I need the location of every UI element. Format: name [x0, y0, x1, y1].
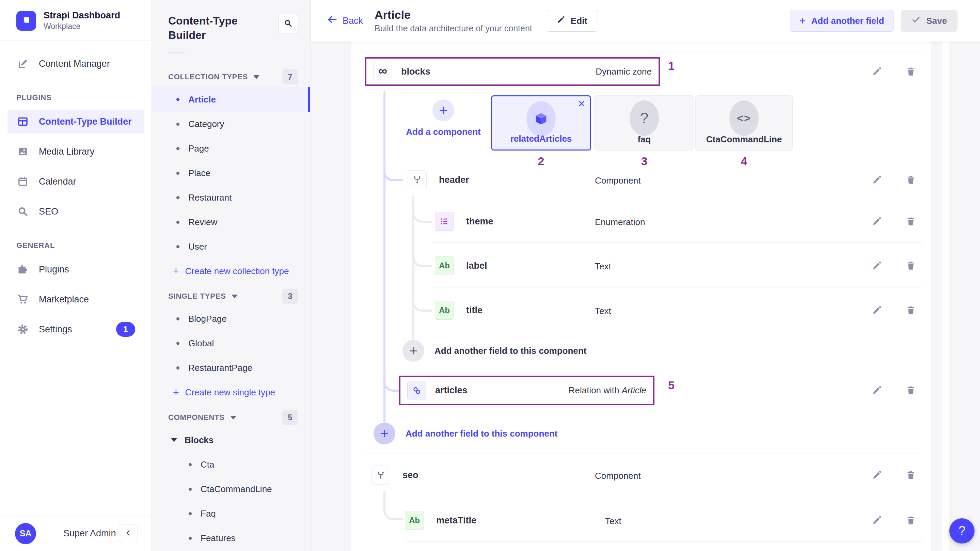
sidebar-item-content-manager[interactable]: Content Manager — [8, 52, 144, 76]
edit-icon[interactable] — [870, 514, 884, 527]
add-component-button[interactable]: + Add a component — [402, 99, 484, 137]
collapse-sidebar-button[interactable] — [119, 524, 138, 543]
field-row-title[interactable]: Ab title — [435, 301, 482, 320]
code-icon: <> — [729, 100, 759, 136]
create-collection-type-link[interactable]: + Create new collection type — [152, 259, 310, 283]
section-general: GENERAL — [16, 241, 144, 250]
add-field-to-component-button[interactable]: + Add another field to this component — [402, 340, 586, 361]
edit-icon[interactable] — [870, 468, 884, 482]
collection-type-restaurant[interactable]: Restaurant — [152, 185, 310, 210]
edit-icon[interactable] — [870, 259, 884, 272]
row-actions — [870, 173, 918, 186]
back-link[interactable]: Back — [327, 14, 363, 27]
calendar-icon — [16, 175, 29, 188]
plus-icon: + — [173, 387, 179, 398]
bullet-icon — [177, 172, 180, 175]
annotation-1: 1 — [668, 59, 675, 73]
enumeration-icon — [435, 212, 454, 231]
chevron-down-icon — [232, 295, 238, 298]
scrollbar[interactable] — [942, 41, 949, 551]
help-button[interactable]: ? — [949, 518, 975, 543]
collection-type-article[interactable]: Article — [152, 87, 310, 112]
single-types-count: 3 — [282, 289, 298, 304]
collection-type-user[interactable]: User — [152, 234, 310, 259]
field-row-articles[interactable]: articles Relation with Article — [399, 376, 654, 405]
component-card-faq[interactable]: ? faq — [594, 96, 694, 151]
trash-icon[interactable] — [904, 215, 918, 228]
sidebar-item-marketplace[interactable]: Marketplace — [8, 287, 144, 311]
component-faq[interactable]: Faq — [152, 501, 310, 526]
component-ctacommandline[interactable]: CtaCommandLine — [152, 477, 310, 501]
edit-icon[interactable] — [870, 384, 884, 397]
component-features[interactable]: Features — [152, 526, 310, 550]
image-icon — [16, 145, 29, 158]
sidebar-item-calendar[interactable]: Calendar — [8, 170, 144, 193]
connector-elbow — [412, 207, 432, 223]
plus-icon: + — [402, 340, 424, 361]
single-type-blogpage[interactable]: BlogPage — [152, 306, 310, 331]
annotation-3: 3 — [594, 154, 694, 168]
trash-icon[interactable] — [904, 259, 918, 272]
collection-type-place[interactable]: Place — [152, 161, 310, 185]
annotation-2: 2 — [491, 154, 591, 168]
sidebar-item-seo[interactable]: SEO — [8, 199, 144, 223]
component-card-relatedarticles[interactable]: ✕ relatedArticles — [491, 96, 591, 151]
puzzle-icon — [16, 263, 29, 276]
field-row-theme[interactable]: theme — [435, 212, 493, 231]
section-plugins: PLUGINS — [16, 93, 144, 102]
create-single-type-link[interactable]: + Create new single type — [152, 380, 310, 404]
bullet-icon — [189, 488, 192, 491]
close-icon[interactable]: ✕ — [578, 99, 585, 109]
row-actions — [870, 514, 918, 527]
search-button[interactable] — [278, 14, 298, 33]
components-header[interactable]: COMPONENTS 5 — [168, 410, 298, 425]
field-row-label[interactable]: Ab label — [435, 256, 487, 275]
add-another-field-button[interactable]: + Add another field — [790, 10, 894, 32]
sidebar-item-media-library[interactable]: Media Library — [8, 140, 144, 164]
layout-grid-icon — [16, 115, 29, 128]
field-row-blocks[interactable]: ∞ blocks Dynamic zone — [365, 57, 660, 86]
collection-type-category[interactable]: Category — [152, 112, 310, 136]
add-field-to-dynamic-zone-button[interactable]: + Add another field to this component — [374, 423, 557, 444]
trash-icon[interactable] — [904, 384, 918, 397]
trash-icon[interactable] — [904, 303, 918, 317]
edit-icon[interactable] — [870, 303, 884, 317]
component-cta[interactable]: Cta — [152, 452, 310, 477]
field-row-header[interactable]: header — [407, 170, 469, 190]
edit-icon[interactable] — [870, 65, 884, 78]
search-icon — [283, 18, 293, 29]
chevron-down-icon — [171, 438, 177, 442]
pencil-icon — [557, 15, 565, 27]
collection-type-page[interactable]: Page — [152, 136, 310, 161]
single-type-global[interactable]: Global — [152, 331, 310, 355]
trash-icon[interactable] — [904, 173, 918, 186]
content-scroll-area: ∞ blocks Dynamic zone 1 + Add a componen… — [310, 41, 980, 551]
sidebar-item-settings[interactable]: Settings 1 — [8, 317, 144, 341]
edit-icon[interactable] — [870, 215, 884, 228]
trash-icon[interactable] — [904, 468, 918, 482]
sidebar-item-content-type-builder[interactable]: Content-Type Builder — [8, 110, 144, 134]
collection-type-review[interactable]: Review — [152, 210, 310, 234]
collection-types-count: 7 — [282, 70, 298, 84]
plus-icon: + — [374, 423, 395, 444]
trash-icon[interactable] — [904, 65, 918, 78]
save-button[interactable]: Save — [900, 10, 958, 32]
field-type: Component — [595, 471, 641, 481]
edit-icon[interactable] — [870, 173, 884, 186]
field-row-seo[interactable]: seo — [371, 465, 418, 484]
sidebar-item-plugins[interactable]: Plugins — [8, 258, 144, 281]
page-header: Back Article Build the data architecture… — [310, 0, 980, 41]
edit-button[interactable]: Edit — [546, 10, 598, 32]
main-area: Back Article Build the data architecture… — [310, 0, 980, 551]
component-icon — [407, 170, 427, 190]
single-types-header[interactable]: SINGLE TYPES 3 — [168, 289, 298, 304]
component-category-blocks[interactable]: Blocks — [152, 428, 310, 452]
single-type-restaurantpage[interactable]: RestaurantPage — [152, 355, 310, 380]
divider — [168, 53, 185, 53]
collection-types-header[interactable]: COLLECTION TYPES 7 — [168, 70, 298, 84]
bullet-icon — [189, 512, 192, 515]
component-card-ctacommandline[interactable]: <> CtaCommandLine — [695, 96, 793, 151]
field-row-metatitle[interactable]: Ab metaTitle — [405, 511, 476, 530]
sidebar-item-label: Plugins — [39, 264, 69, 275]
trash-icon[interactable] — [904, 514, 918, 527]
